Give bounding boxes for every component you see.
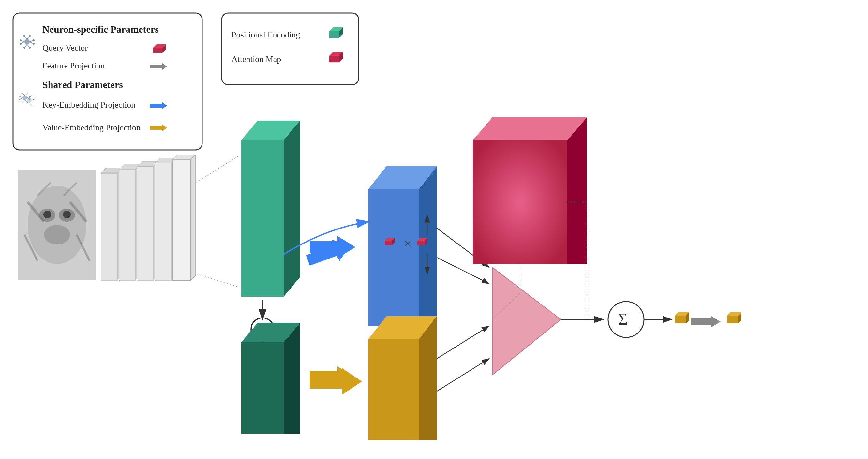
svg-text:Positional Encoding: Positional Encoding <box>231 30 300 39</box>
svg-rect-44 <box>222 13 359 85</box>
svg-rect-75 <box>137 166 153 281</box>
svg-rect-72 <box>119 169 135 281</box>
svg-rect-110 <box>368 339 419 440</box>
svg-marker-50 <box>329 56 339 62</box>
svg-rect-86 <box>241 140 284 297</box>
main-canvas: Neuron-specific Parameters Query Vector … <box>0 0 868 459</box>
svg-rect-119 <box>473 140 567 264</box>
svg-point-18 <box>20 43 22 45</box>
svg-marker-100 <box>419 166 437 326</box>
svg-point-17 <box>20 39 22 41</box>
svg-marker-21 <box>153 47 162 53</box>
svg-rect-78 <box>155 163 171 281</box>
svg-text:Value-Embedding Projection: Value-Embedding Projection <box>42 123 141 132</box>
svg-point-27 <box>23 96 27 100</box>
svg-point-16 <box>29 46 31 48</box>
svg-point-14 <box>33 43 35 45</box>
svg-point-13 <box>33 39 35 41</box>
svg-marker-83 <box>191 155 196 281</box>
svg-point-12 <box>29 35 31 37</box>
svg-rect-69 <box>101 173 117 174</box>
svg-point-15 <box>24 46 25 48</box>
svg-text:Key-Embedding Projection: Key-Embedding Projection <box>42 100 135 109</box>
svg-marker-135 <box>727 316 738 323</box>
svg-text:×: × <box>404 237 411 250</box>
svg-marker-101 <box>385 240 392 245</box>
svg-marker-95 <box>284 323 300 433</box>
svg-text:Σ: Σ <box>618 310 628 329</box>
svg-text:Query Vector: Query Vector <box>42 43 88 53</box>
diagram-svg: Neuron-specific Parameters Query Vector … <box>0 0 868 459</box>
svg-marker-131 <box>675 316 686 323</box>
svg-marker-120 <box>473 117 587 140</box>
svg-rect-93 <box>241 342 284 433</box>
svg-text:Shared Parameters: Shared Parameters <box>42 79 123 90</box>
svg-point-36 <box>27 98 32 103</box>
svg-rect-98 <box>368 189 419 326</box>
svg-text:Neuron-specific Parameters: Neuron-specific Parameters <box>42 24 159 35</box>
svg-text:Attention Map: Attention Map <box>231 55 281 64</box>
svg-marker-88 <box>284 121 300 297</box>
svg-point-11 <box>24 35 25 37</box>
svg-marker-105 <box>417 240 425 245</box>
svg-rect-81 <box>173 160 191 281</box>
svg-marker-46 <box>329 31 339 38</box>
svg-point-2 <box>25 39 30 44</box>
svg-text:Feature Projection: Feature Projection <box>42 61 105 70</box>
svg-rect-54 <box>18 169 96 281</box>
svg-marker-121 <box>567 117 587 264</box>
svg-rect-68 <box>101 173 117 281</box>
